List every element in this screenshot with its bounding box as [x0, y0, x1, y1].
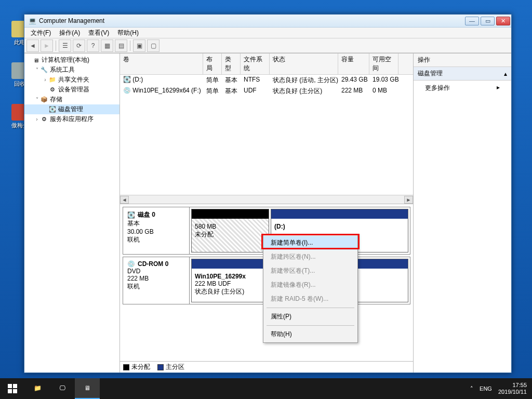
ctx-properties[interactable]: 属性(P) — [263, 310, 357, 324]
actions-more[interactable]: 更多操作▸ — [414, 81, 511, 96]
toolbar: ◄ ► ☰ ⟳ ? ▦ ▤ ▣ ▢ — [24, 38, 511, 53]
taskbar-compmgmt-icon[interactable]: 🖥 — [75, 378, 100, 399]
disk-icon: 💽 — [127, 211, 135, 219]
ctx-new-spanned-volume: 新建跨区卷(N)... — [263, 250, 357, 264]
cdrom-icon: 💿 — [127, 260, 135, 268]
app-icon: 💻 — [28, 17, 36, 25]
ctx-new-mirror-volume: 新建镜像卷(R)... — [263, 278, 357, 292]
window-title: Computer Management — [39, 17, 465, 24]
svg-rect-1 — [13, 384, 17, 388]
unallocated-partition[interactable]: 580 MB 未分配 — [191, 209, 269, 252]
scroll-right-icon[interactable]: ► — [404, 196, 413, 204]
tree-root[interactable]: 🖥计算机管理(本地) — [24, 55, 119, 65]
toolbar-btn[interactable]: ? — [87, 39, 99, 52]
menu-view[interactable]: 查看(V) — [84, 28, 113, 38]
col-layout[interactable]: 布局 — [203, 54, 222, 74]
svg-rect-3 — [13, 389, 17, 393]
toolbar-btn[interactable]: ▦ — [101, 39, 113, 52]
minimize-button[interactable]: — — [465, 17, 479, 25]
close-button[interactable]: ✕ — [496, 17, 510, 25]
col-free[interactable]: 可用空间 — [369, 54, 398, 74]
svg-rect-0 — [8, 384, 12, 388]
titlebar[interactable]: 💻 Computer Management — ▭ ✕ — [24, 15, 511, 28]
tree-storage[interactable]: ˅📦存储 — [24, 95, 119, 104]
col-type[interactable]: 类型 — [222, 54, 241, 74]
svg-rect-2 — [8, 389, 12, 393]
menu-file[interactable]: 文件(F) — [26, 28, 55, 38]
ctx-help[interactable]: 帮助(H) — [263, 327, 357, 341]
col-capacity[interactable]: 容量 — [338, 54, 369, 74]
ctx-new-raid5-volume: 新建 RAID-5 卷(W)... — [263, 292, 357, 306]
scroll-left-icon[interactable]: ◄ — [120, 196, 129, 204]
toolbar-btn[interactable]: ▢ — [147, 39, 159, 52]
ctx-separator — [267, 325, 354, 326]
legend-primary-icon — [157, 364, 164, 370]
legend: 未分配 主分区 — [120, 361, 413, 373]
legend-unalloc-icon — [123, 364, 129, 370]
h-scrollbar[interactable]: ◄ ► — [120, 195, 413, 204]
start-button[interactable] — [0, 378, 25, 399]
tree-systools[interactable]: ˅🔧系统工具 — [24, 65, 119, 75]
taskbar: 📁 🖵 🖥 ˄ ENG 17:55 2019/10/11 — [0, 378, 532, 399]
volume-row[interactable]: 💽 (D:) 简单 基本 NTFS 状态良好 (活动, 主分区) 29.43 G… — [120, 75, 413, 86]
tray-up-icon[interactable]: ˄ — [470, 385, 473, 392]
chevron-right-icon: ▸ — [497, 84, 500, 92]
volume-header: 卷 布局 类型 文件系统 状态 容量 可用空间 — [120, 54, 413, 75]
menubar: 文件(F) 操作(A) 查看(V) 帮助(H) — [24, 28, 511, 38]
taskbar-explorer-icon[interactable]: 📁 — [25, 378, 50, 399]
tree-device-manager[interactable]: ⚙设备管理器 — [24, 85, 119, 95]
ctx-separator — [267, 308, 354, 308]
menu-help[interactable]: 帮助(H) — [113, 28, 143, 38]
col-status[interactable]: 状态 — [270, 54, 338, 74]
volume-list: 卷 布局 类型 文件系统 状态 容量 可用空间 💽 (D:) 简单 基本 NTF… — [120, 54, 413, 204]
col-fs[interactable]: 文件系统 — [241, 54, 270, 74]
nav-tree: 🖥计算机管理(本地) ˅🔧系统工具 ›📁共享文件夹 ⚙设备管理器 ˅📦存储 💽磁… — [24, 54, 120, 373]
tree-services[interactable]: ›⚙服务和应用程序 — [24, 114, 119, 124]
actions-header: 操作 — [414, 54, 511, 67]
menu-action[interactable]: 操作(A) — [55, 28, 84, 38]
taskbar-app-icon[interactable]: 🖵 — [50, 378, 75, 399]
cdrom-info[interactable]: 💿CD-ROM 0 DVD 222 MB 联机 — [123, 257, 190, 304]
refresh-button[interactable]: ⟳ — [73, 39, 85, 52]
context-menu: 新建简单卷(I)... 新建跨区卷(N)... 新建带区卷(T)... 新建镜像… — [263, 234, 358, 343]
toolbar-btn[interactable]: ▣ — [133, 39, 145, 52]
toolbar-btn[interactable]: ▤ — [115, 39, 127, 52]
actions-pane: 操作 磁盘管理▴ 更多操作▸ — [414, 54, 511, 373]
back-button[interactable]: ◄ — [26, 39, 39, 52]
disk-0-info[interactable]: 💽磁盘 0 基本 30.00 GB 联机 — [123, 207, 190, 254]
tree-disk-management[interactable]: 💽磁盘管理 — [24, 104, 119, 114]
forward-button[interactable]: ► — [41, 39, 53, 52]
maximize-button[interactable]: ▭ — [481, 17, 495, 25]
taskbar-clock[interactable]: 17:55 2019/10/11 — [498, 382, 527, 395]
ctx-new-striped-volume: 新建带区卷(T)... — [263, 264, 357, 278]
tree-shared-folders[interactable]: ›📁共享文件夹 — [24, 75, 119, 85]
toolbar-btn[interactable]: ☰ — [59, 39, 71, 52]
ctx-new-simple-volume[interactable]: 新建简单卷(I)... — [263, 236, 357, 250]
ime-indicator[interactable]: ENG — [480, 385, 492, 392]
collapse-icon: ▴ — [504, 70, 507, 77]
actions-section-disk[interactable]: 磁盘管理▴ — [414, 67, 511, 81]
volume-row[interactable]: 💿 Win10PE_16299x64 (F:) 简单 基本 UDF 状态良好 (… — [120, 86, 413, 97]
col-volume[interactable]: 卷 — [120, 54, 203, 74]
